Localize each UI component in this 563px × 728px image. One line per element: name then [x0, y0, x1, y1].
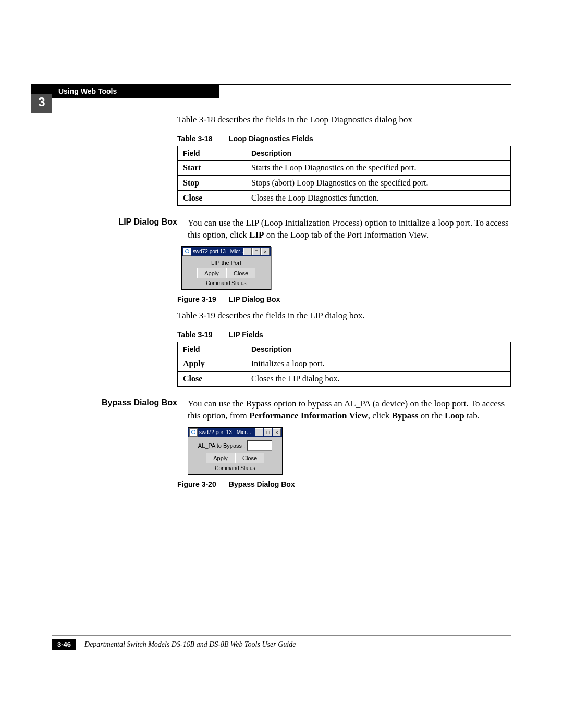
- app-icon: [183, 248, 191, 256]
- caption-number: Table 3-18: [177, 134, 227, 143]
- bypass-section-label: Bypass Dialog Box: [31, 398, 188, 408]
- table-3-19: Field Description Apply Initializes a lo…: [177, 342, 511, 387]
- bypass-section: Bypass Dialog Box You can use the Bypass…: [177, 398, 511, 422]
- table-header-row: Field Description: [178, 342, 511, 356]
- apply-button[interactable]: Apply: [206, 453, 235, 463]
- lip-section-label: LIP Dialog Box: [31, 217, 188, 227]
- page-number-badge: 3-46: [52, 639, 76, 650]
- cell-field: Start: [178, 161, 246, 176]
- dialog-title: swd72 port 13 - Micr…: [193, 249, 243, 254]
- bold-text: Loop: [445, 411, 464, 421]
- cell-desc: Closes the Loop Diagnostics function.: [246, 191, 511, 206]
- lip-section: LIP Dialog Box You can use the LIP (Loop…: [177, 217, 511, 241]
- minimize-icon[interactable]: _: [243, 248, 252, 255]
- caption-number: Figure 3-19: [177, 295, 227, 303]
- text: tab.: [464, 411, 480, 421]
- lip-section-body: You can use the LIP (Loop Initialization…: [188, 217, 511, 241]
- maximize-icon[interactable]: □: [264, 428, 272, 436]
- app-icon: [189, 428, 198, 437]
- mid-paragraph: Table 3-19 describes the fields in the L…: [177, 311, 511, 321]
- cell-field: Close: [178, 191, 246, 206]
- caption-number: Table 3-19: [177, 330, 227, 339]
- table-row: Stop Stops (abort) Loop Diagnostics on t…: [178, 176, 511, 191]
- button-row: Apply Close: [185, 268, 267, 278]
- bold-text: Performance Information View: [249, 411, 368, 421]
- col-field: Field: [178, 146, 246, 161]
- close-icon[interactable]: ×: [261, 248, 270, 255]
- table-3-18-caption: Table 3-18 Loop Diagnostics Fields: [177, 134, 511, 143]
- status-text: Command Status: [191, 465, 279, 471]
- footer-rule: [52, 635, 511, 636]
- alpa-label: AL_PA to Bypass :: [198, 442, 245, 449]
- footer-row: 3-46 Departmental Switch Models DS-16B a…: [52, 639, 511, 650]
- caption-title: LIP Fields: [229, 330, 263, 339]
- col-field: Field: [178, 342, 246, 356]
- alpa-input[interactable]: [247, 440, 272, 451]
- col-description: Description: [246, 146, 511, 161]
- close-button[interactable]: Close: [235, 453, 264, 463]
- close-icon[interactable]: ×: [273, 428, 281, 436]
- input-row: AL_PA to Bypass :: [191, 440, 279, 451]
- cell-field: Apply: [178, 356, 246, 371]
- maximize-icon[interactable]: □: [252, 248, 261, 255]
- bold-text: LIP: [249, 230, 264, 240]
- button-row: Apply Close: [191, 453, 279, 463]
- dialog-title: swd72 port 13 - Micr…: [199, 429, 254, 435]
- dialog-titlebar: swd72 port 13 - Micr… _ □ ×: [188, 428, 282, 437]
- caption-title: Bypass Dialog Box: [229, 480, 295, 488]
- text: , click: [368, 411, 392, 421]
- chapter-title: Using Web Tools: [31, 84, 219, 98]
- page: Using Web Tools 3 Table 3-18 describes t…: [0, 0, 563, 728]
- apply-button[interactable]: Apply: [197, 268, 226, 278]
- bypass-dialog-figure: swd72 port 13 - Micr… _ □ × AL_PA to Byp…: [188, 427, 283, 475]
- table-row: Close Closes the LIP dialog box.: [178, 371, 511, 386]
- text: on the Loop tab of the Port Information …: [264, 230, 429, 240]
- figure-3-20-caption: Figure 3-20 Bypass Dialog Box: [177, 480, 511, 488]
- dialog-label: LIP the Port: [185, 260, 267, 266]
- intro-paragraph: Table 3-18 describes the fields in the L…: [177, 115, 511, 125]
- cell-desc: Closes the LIP dialog box.: [246, 371, 511, 386]
- caption-title: Loop Diagnostics Fields: [229, 134, 313, 143]
- chapter-number-badge: 3: [31, 94, 52, 113]
- page-footer: 3-46 Departmental Switch Models DS-16B a…: [52, 635, 511, 650]
- close-button[interactable]: Close: [226, 268, 255, 278]
- caption-number: Figure 3-20: [177, 480, 227, 488]
- table-row: Apply Initializes a loop port.: [178, 356, 511, 371]
- cell-desc: Starts the Loop Diagnostics on the speci…: [246, 161, 511, 176]
- cell-desc: Stops (abort) Loop Diagnostics on the sp…: [246, 176, 511, 191]
- figure-3-19-caption: Figure 3-19 LIP Dialog Box: [177, 295, 511, 303]
- lip-dialog-figure: swd72 port 13 - Micr… _ □ × LIP the Port…: [181, 246, 271, 290]
- dialog-body: LIP the Port Apply Close Command Status: [182, 256, 271, 289]
- cell-field: Stop: [178, 176, 246, 191]
- table-row: Start Starts the Loop Diagnostics on the…: [178, 161, 511, 176]
- cell-field: Close: [178, 371, 246, 386]
- table-header-row: Field Description: [178, 146, 511, 161]
- col-description: Description: [246, 342, 511, 356]
- caption-title: LIP Dialog Box: [229, 295, 280, 303]
- bypass-section-body: You can use the Bypass option to bypass …: [188, 398, 511, 422]
- table-3-19-caption: Table 3-19 LIP Fields: [177, 330, 511, 339]
- cell-desc: Initializes a loop port.: [246, 356, 511, 371]
- bold-text: Bypass: [391, 411, 418, 421]
- dialog-titlebar: swd72 port 13 - Micr… _ □ ×: [182, 247, 271, 256]
- status-text: Command Status: [185, 280, 267, 286]
- content-area: Table 3-18 describes the fields in the L…: [177, 115, 511, 488]
- text: on the: [418, 411, 445, 421]
- dialog-body: AL_PA to Bypass : Apply Close Command St…: [188, 437, 282, 474]
- table-row: Close Closes the Loop Diagnostics functi…: [178, 191, 511, 206]
- footer-text: Departmental Switch Models DS-16B and DS…: [84, 640, 296, 649]
- minimize-icon[interactable]: _: [255, 428, 263, 436]
- table-3-18: Field Description Start Starts the Loop …: [177, 146, 511, 206]
